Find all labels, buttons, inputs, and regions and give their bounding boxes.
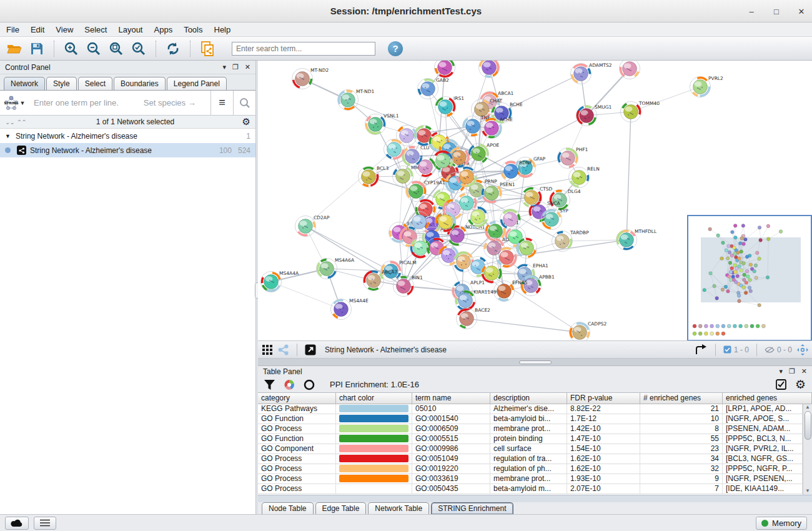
chart-settings-icon[interactable] — [284, 379, 295, 390]
table-row[interactable]: GO ProcessGO:0050435beta-amyloid m...2.0… — [258, 484, 803, 494]
network-node-bace2[interactable]: BACE2 — [457, 307, 491, 329]
table-row[interactable]: GO ProcessGO:0033619membrane prot...1.93… — [258, 474, 803, 484]
network-node[interactable] — [415, 157, 436, 177]
menu-item-apps[interactable]: Apps — [154, 25, 173, 34]
network-canvas[interactable]: MT-ND2MT-ND1VSNL1GAB2IRS1ABCA1CHATBCHEAC… — [258, 61, 812, 341]
scrollbar-thumb[interactable] — [805, 411, 811, 440]
network-node-apoe[interactable]: APOE — [468, 142, 500, 164]
column-header-enriched-genes[interactable]: enriched genes — [723, 393, 812, 404]
table-row[interactable]: GO ProcessGO:0019220regulation of ph...1… — [258, 464, 803, 474]
tab-string-enrichment[interactable]: STRING Enrichment — [431, 502, 513, 514]
tab-boundaries[interactable]: Boundaries — [114, 77, 166, 90]
network-node[interactable] — [497, 247, 517, 268]
table-row[interactable]: GO ComponentGO:0009986cell surface1.54E-… — [258, 444, 803, 454]
network-node-cd2ap[interactable]: CD2AP — [295, 215, 330, 237]
network-node-abca7[interactable]: ABCA7 — [364, 269, 398, 291]
network-node[interactable] — [384, 139, 405, 160]
table-row[interactable]: GO FunctionGO:0001540beta-amyloid bi...1… — [258, 414, 803, 424]
scroll-down-icon[interactable]: ▼ — [805, 488, 810, 494]
species-hint[interactable]: Set species → — [144, 98, 196, 107]
tab-legend-panel[interactable]: Legend Panel — [167, 77, 227, 90]
menu-item-edit[interactable]: Edit — [31, 25, 44, 34]
table-row[interactable]: GO ProcessGO:0051049regulation of tra...… — [258, 454, 803, 464]
panel-float-icon[interactable]: ❐ — [789, 367, 795, 375]
collapse-all-icon[interactable]: ⌄⌄ — [5, 119, 14, 126]
network-node-dlg4[interactable]: DLG4 — [550, 189, 581, 211]
tab-select[interactable]: Select — [78, 77, 112, 90]
zoom-in-button[interactable] — [62, 39, 81, 58]
network-node[interactable] — [435, 212, 456, 232]
close-button[interactable]: ✕ — [797, 7, 806, 16]
table-splitter-handle[interactable] — [519, 360, 552, 364]
network-node-phf1[interactable]: PHF1 — [558, 147, 588, 169]
cloud-button[interactable] — [5, 517, 29, 530]
tab-network-table[interactable]: Network Table — [368, 502, 429, 514]
network-node-mt-nd2[interactable]: MT-ND2 — [292, 67, 329, 89]
network-node-tomm40[interactable]: TOMM40 — [621, 101, 660, 122]
query-options-button[interactable]: ≡ — [210, 91, 233, 115]
network-node[interactable] — [457, 167, 477, 187]
tab-style[interactable]: Style — [46, 77, 77, 90]
clone-network-button[interactable] — [198, 39, 217, 58]
network-node-pvrl2[interactable]: PVRL2 — [690, 76, 724, 97]
open-session-button[interactable] — [5, 39, 24, 58]
minimize-button[interactable]: – — [747, 7, 756, 16]
network-node-reln[interactable]: RELN — [569, 166, 600, 188]
network-node-mthfdll[interactable]: MTHFDLL — [616, 229, 657, 251]
network-node[interactable] — [457, 193, 477, 214]
menu-item-help[interactable]: Help — [214, 25, 231, 34]
table-row[interactable]: KEGG Pathways05010Alzheimer's dise...8.8… — [258, 404, 803, 414]
zoom-out-button[interactable] — [84, 39, 103, 58]
network-node[interactable] — [500, 209, 521, 230]
birdseye-view[interactable] — [687, 215, 812, 341]
table-settings-gear-icon[interactable]: ⚙ — [795, 377, 806, 392]
string-term-input[interactable]: Enter one term per line. Set species → — [29, 98, 210, 107]
panel-menu-icon[interactable]: ▾ — [222, 63, 226, 71]
tab-edge-table[interactable]: Edge Table — [315, 502, 367, 514]
network-node[interactable] — [435, 61, 455, 78]
column-header-term-name[interactable]: term name — [412, 393, 490, 404]
scroll-up-icon[interactable]: ▲ — [805, 404, 810, 410]
help-button[interactable]: ? — [388, 41, 403, 56]
zoom-fit-button[interactable] — [107, 39, 126, 58]
network-node[interactable] — [517, 238, 537, 259]
network-node[interactable] — [468, 207, 488, 227]
column-header-description[interactable]: description — [490, 393, 567, 404]
column-header-fdr-p-value[interactable]: FDR p-value — [567, 393, 640, 404]
column-header--enriched-genes[interactable]: # enriched genes — [640, 393, 723, 404]
grid-view-icon[interactable] — [262, 344, 273, 355]
menu-item-select[interactable]: Select — [84, 25, 107, 34]
network-node-irs1[interactable]: IRS1 — [435, 96, 465, 117]
task-history-button[interactable] — [34, 517, 56, 530]
string-search-button[interactable] — [233, 91, 255, 115]
maximize-button[interactable]: □ — [772, 7, 781, 16]
table-horizontal-scrollbar[interactable] — [258, 495, 812, 502]
network-node-adamts2[interactable]: ADAMTS2 — [571, 62, 612, 84]
share-network-icon[interactable] — [278, 344, 289, 355]
network-node-ms4a4e[interactable]: MS4A4E — [331, 298, 369, 320]
refresh-button[interactable] — [164, 39, 182, 58]
network-node-cadps2[interactable]: CADPS2 — [570, 321, 607, 341]
table-row[interactable]: GO FunctionGO:0005515protein binding1.47… — [258, 434, 803, 444]
tree-expand-icon[interactable]: ▼ — [5, 133, 11, 139]
table-splitter[interactable] — [258, 359, 812, 366]
pan-tool-icon[interactable] — [797, 344, 808, 355]
menu-item-tools[interactable]: Tools — [184, 25, 202, 34]
network-row[interactable]: String Network - Alzheimer's disease 100… — [0, 143, 255, 157]
menu-item-file[interactable]: File — [6, 25, 19, 34]
select-columns-icon[interactable] — [776, 379, 786, 390]
open-in-window-icon[interactable] — [305, 344, 316, 355]
network-node[interactable] — [479, 61, 500, 78]
network-node-ms4a6a[interactable]: MS4A6A — [317, 257, 355, 279]
string-database-selector[interactable]: STRING ▼ — [0, 95, 29, 111]
menu-item-layout[interactable]: Layout — [118, 25, 142, 34]
table-vertical-scrollbar[interactable]: ▲ ▼ — [803, 404, 812, 495]
column-header-chart-color[interactable]: chart color — [336, 393, 412, 404]
network-node[interactable] — [453, 252, 474, 272]
panel-menu-icon[interactable]: ▾ — [779, 367, 783, 375]
panel-close-icon[interactable]: ✕ — [801, 367, 807, 375]
panel-close-icon[interactable]: ✕ — [245, 63, 250, 71]
save-session-button[interactable] — [27, 39, 46, 58]
zoom-selected-button[interactable] — [129, 39, 148, 58]
network-collection-row[interactable]: ▼ String Network - Alzheimer's disease 1 — [0, 129, 255, 143]
